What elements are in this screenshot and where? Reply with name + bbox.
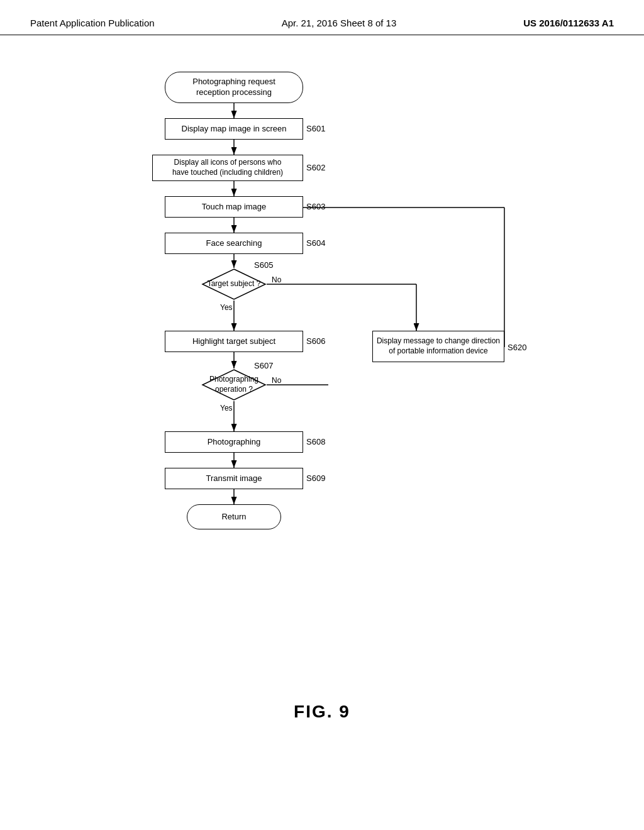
s604-node: Face searching: [165, 233, 303, 254]
s601-label: S601: [306, 124, 325, 133]
end-node: Return: [187, 504, 281, 529]
s609-node: Transmit image: [165, 468, 303, 489]
page-header: Patent Application Publication Apr. 21, …: [0, 0, 644, 35]
s605-text: Target subject ?: [201, 268, 267, 301]
s603-label: S603: [306, 202, 325, 211]
header-center: Apr. 21, 2016 Sheet 8 of 13: [282, 18, 397, 28]
flowchart: Photographing request reception processi…: [64, 60, 580, 677]
fig-label: FIG. 9: [294, 702, 350, 722]
yes2-label: Yes: [220, 404, 233, 412]
header-right: US 2016/0112633 A1: [523, 18, 614, 28]
s602-label: S602: [306, 163, 325, 172]
start-node: Photographing request reception processi…: [165, 72, 303, 103]
flowchart-arrows: [64, 60, 580, 677]
s609-label: S609: [306, 473, 325, 483]
s606-node: Highlight target subject: [165, 331, 303, 352]
s606-label: S606: [306, 336, 325, 346]
s602-node: Display all icons of persons who have to…: [152, 155, 303, 181]
no1-label: No: [272, 275, 281, 284]
s620-label: S620: [508, 343, 526, 352]
header-left: Patent Application Publication: [30, 18, 155, 28]
s601-node: Display map image in screen: [165, 118, 303, 140]
s608-label: S608: [306, 437, 325, 446]
s607-text: Photographing operation ?: [201, 368, 267, 401]
diagram-area: Photographing request reception processi…: [0, 35, 644, 722]
no2-label: No: [272, 376, 281, 385]
s604-label: S604: [306, 238, 325, 248]
s608-node: Photographing: [165, 431, 303, 453]
s603-node: Touch map image: [165, 196, 303, 218]
s620-node: Display message to change direction of p…: [372, 331, 504, 362]
yes1-label: Yes: [220, 303, 233, 312]
